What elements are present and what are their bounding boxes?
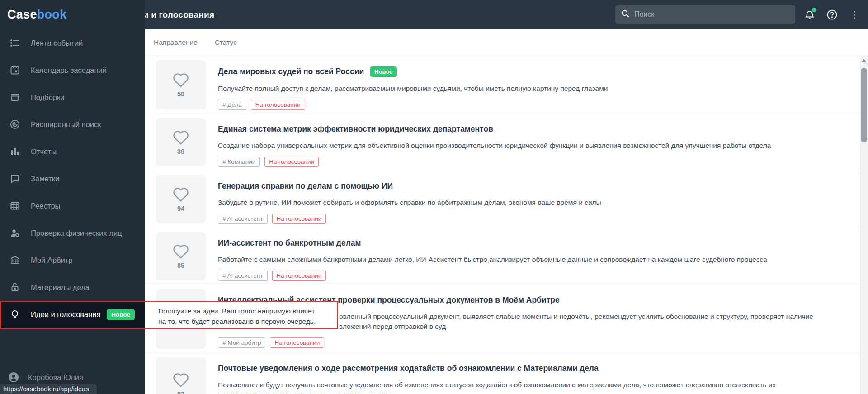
filter-1[interactable]: Направление [154,38,198,47]
sidebar-item-10[interactable]: Материалы дела [0,274,145,301]
logo-part-case: Case [7,8,37,22]
idea-title[interactable]: Почтовые уведомления о ходе рассмотрения… [218,364,599,373]
user-account[interactable]: Коробова Юлия [8,372,83,383]
idea-row[interactable]: 39Единая система метрик эффективности юр… [145,114,868,171]
vote-button[interactable]: 94 [156,175,206,223]
sidebar-item-label: Расширенный поиск [31,120,101,129]
sidebar-item-2[interactable]: Календарь заседаний [0,57,145,84]
idea-list: 50Дела мировых судей по всей РоссииНовое… [145,56,868,394]
sidebar-item-label: Отчеты [31,147,57,156]
status-chip: На голосовании [251,100,305,110]
vote-button[interactable]: 50 [156,60,206,109]
sidebar: Casebook Лента событийКалендарь заседани… [0,0,145,394]
vote-count: 50 [177,90,184,98]
avatar [8,372,19,383]
filter-2[interactable]: Статус [215,38,237,47]
description-line: Создание набора универсальных метрик для… [218,141,854,151]
status-chip: На голосовании [264,157,319,167]
idea-row[interactable]: Интеллектуальный ассистент проверки проц… [145,285,868,353]
sidebar-item-7[interactable]: Реестры [0,192,145,219]
idea-row[interactable]: 85ИИ-ассистент по банкротным деламРабота… [145,228,868,285]
filter-bar: НаправлениеСтатус [145,29,868,56]
sidebar-item-9[interactable]: Мой Арбитр [0,247,145,274]
scroll-up-arrow-icon[interactable] [861,59,867,62]
idea-row[interactable]: 94Генерация справки по делам с помощью И… [145,171,868,228]
new-badge: Новое [370,66,396,77]
user-name: Коробова Юлия [28,373,83,382]
category-chip: # Компании [218,157,260,167]
search-input[interactable] [634,10,783,19]
global-search[interactable] [615,5,795,24]
feed-list-icon [9,37,21,49]
description-line: вложений перед отправкой в суд [218,322,854,332]
sidebar-item-label: Мой Арбитр [31,256,73,265]
description-line: Пользователи будут получать почтовые уве… [218,380,854,390]
browser-status-url: https://casebook.ru/app/ideas [0,384,97,394]
vote-button[interactable]: 85 [156,232,206,280]
search-icon [621,9,630,20]
reports-chart-icon [9,146,21,157]
notes-bubble-icon [9,173,21,185]
sidebar-item-label: Календарь заседаний [31,66,107,75]
bank-icon [9,254,21,266]
notifications-button[interactable] [802,0,818,29]
help-button[interactable] [824,0,840,29]
sidebar-item-6[interactable]: Заметки [0,165,145,192]
description-line: рассмотрение и принимать своевременные р… [218,390,854,394]
casebook-logo[interactable]: Casebook [0,0,145,29]
idea-body: Интеллектуальный ассистент проверки проц… [206,289,854,349]
sidebar-item-8[interactable]: Проверка физических лиц [0,219,145,247]
description-line: Работайте с самыми сложными банкротными … [218,255,854,265]
idea-title[interactable]: Единая система метрик эффективности юрид… [218,124,493,134]
kebab-menu-icon[interactable] [846,0,863,29]
heart-icon [172,72,189,90]
vote-button[interactable]: 92 [156,357,206,394]
idea-title[interactable]: Интеллектуальный ассистент проверки проц… [218,295,560,305]
vote-count: 85 [177,262,184,269]
sidebar-item-label: Лента событий [31,39,83,47]
sidebar-item-11[interactable]: Идеи и голосованияНовое [0,301,145,328]
sidebar-item-label: Реестры [31,202,60,210]
main-content: НаправлениеСтатус 50Дела мировых судей п… [145,29,868,394]
heart-icon [172,244,189,261]
person-check-icon [9,227,21,239]
status-chip: На голосовании [272,214,326,224]
idea-title[interactable]: ИИ-ассистент по банкротным делам [218,238,361,248]
sidebar-item-label: Подборки [31,93,65,102]
sidebar-nav: Лента событийКалендарь заседанийПодборки… [0,29,145,328]
sidebar-item-4[interactable]: Расширенный поиск [0,111,145,138]
notification-dot [812,8,816,12]
idea-row[interactable]: 50Дела мировых судей по всей РоссииНовое… [145,56,868,114]
sidebar-item-3[interactable]: Подборки [0,84,145,111]
status-chip: На голосовании [270,337,324,348]
vote-count: 94 [177,205,184,212]
scrollbar-track[interactable] [860,56,868,394]
description-line: Получайте полный доступ к делам, рассмат… [218,84,854,94]
scrollbar-thumb[interactable] [861,68,867,142]
sidebar-item-label: Идеи и голосования [31,310,100,319]
advanced-search-icon [9,119,21,130]
lock-icon [9,281,21,293]
idea-row[interactable]: 92Почтовые уведомления о ходе рассмотрен… [145,353,868,394]
category-chip: # Дела [218,100,246,110]
description-line: Забудьте о рутине, ИИ поможет собирать и… [218,198,854,208]
sidebar-item-1[interactable]: Лента событий [0,29,145,57]
status-chip: На голосовании [272,271,326,281]
idea-description: Создание набора универсальных метрик для… [218,141,854,151]
idea-title[interactable]: Генерация справки по делам с помощью ИИ [218,181,393,191]
idea-body: Единая система метрик эффективности юрид… [206,118,854,167]
idea-tags: # КомпанииНа голосовании [218,157,854,167]
idea-body: ИИ-ассистент по банкротным деламРаботайт… [206,232,854,281]
vote-button[interactable]: 39 [156,118,206,166]
idea-body: Дела мировых судей по всей РоссииНовоеПо… [206,60,854,110]
heart-icon [172,372,189,389]
sidebar-item-label: Проверка физических лиц [31,229,122,237]
sidebar-item-5[interactable]: Отчеты [0,138,145,165]
new-badge: Новое [107,309,135,320]
sidebar-item-label: Материалы дела [31,283,90,292]
vote-count: 39 [177,148,184,155]
description-line: овленный процессуальный документ, выявля… [218,312,854,322]
calendar-icon [9,64,21,76]
vote-button[interactable] [156,289,206,349]
idea-title[interactable]: Дела мировых судей по всей России [218,67,364,76]
